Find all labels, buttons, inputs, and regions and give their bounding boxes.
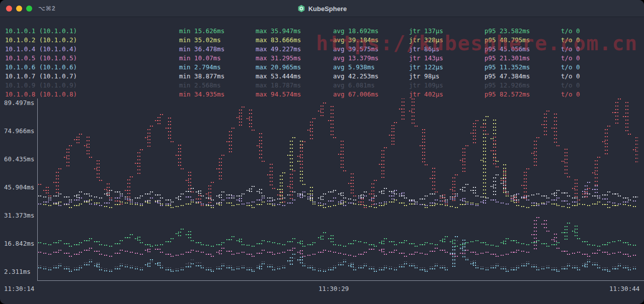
- stat-p95: p95 23.582ms: [485, 27, 530, 36]
- x-axis-tick: 11:30:44: [609, 284, 639, 293]
- stat-p95: p95 21.301ms: [485, 54, 530, 63]
- stat-min: min 36.478ms: [179, 45, 224, 54]
- host-stats-table: 10.1.0.1 (10.1.0.1) min 15.626ms max 35.…: [0, 27, 644, 99]
- stat-jitter: jtr 137µs: [409, 27, 443, 36]
- stat-p95: p95 82.572ms: [485, 90, 530, 99]
- host-label: 10.1.0.8 (10.1.0.8): [5, 90, 77, 99]
- x-axis-tick: 11:30:14: [4, 284, 34, 293]
- host-row: 10.1.0.6 (10.1.0.6) min 2.794ms max 20.9…: [0, 63, 644, 72]
- stat-timeouts: t/o 0: [561, 54, 580, 63]
- stat-timeouts: t/o 0: [561, 90, 580, 99]
- stat-avg: avg 39.575ms: [333, 45, 378, 54]
- stat-timeouts: t/o 0: [561, 27, 580, 36]
- stat-max: max 94.574ms: [256, 90, 301, 99]
- host-row: 10.1.0.9 (10.1.0.9) min 2.568ms max 18.7…: [0, 81, 644, 90]
- y-axis-tick: 16.842ms: [4, 239, 34, 248]
- stat-min: min 2.794ms: [179, 63, 221, 72]
- stat-max: max 20.965ms: [256, 63, 301, 72]
- stat-timeouts: t/o 0: [561, 81, 580, 90]
- x-axis-tick: 11:30:29: [318, 284, 349, 293]
- stat-min: min 35.02ms: [179, 36, 221, 45]
- kubesphere-logo-icon: [297, 5, 305, 13]
- stat-jitter: jtr 402µs: [409, 90, 443, 99]
- host-row: 10.1.0.4 (10.1.0.4) min 36.478ms max 49.…: [0, 45, 644, 54]
- traffic-lights: [6, 6, 32, 12]
- tab-shortcut-label: ⌥⌘2: [38, 5, 56, 12]
- y-axis-tick: 45.904ms: [4, 183, 34, 192]
- stat-timeouts: t/o 0: [561, 45, 580, 54]
- stat-min: min 34.935ms: [179, 90, 224, 99]
- y-axis-tick: 89.497ms: [4, 98, 34, 108]
- stat-min: min 15.626ms: [179, 27, 224, 36]
- host-label: 10.1.0.7 (10.1.0.7): [5, 72, 77, 81]
- host-label: 10.1.0.1 (10.1.0.1): [5, 27, 77, 36]
- y-axis-tick: 60.435ms: [4, 155, 34, 164]
- stat-timeouts: t/o 0: [561, 36, 580, 45]
- stat-min: min 2.568ms: [179, 81, 221, 90]
- stat-p95: p95 12.926ms: [485, 81, 530, 90]
- stat-jitter: jtr 109µs: [409, 81, 443, 90]
- stat-timeouts: t/o 0: [561, 63, 580, 72]
- host-row: 10.1.0.8 (10.1.0.8) min 34.935ms max 94.…: [0, 90, 644, 99]
- stat-avg: avg 42.253ms: [333, 72, 378, 81]
- stat-avg: avg 6.081ms: [333, 81, 375, 90]
- stat-max: max 53.444ms: [256, 72, 301, 81]
- y-axis-tick: 74.966ms: [4, 127, 34, 136]
- title-bar[interactable]: ⌥⌘2 KubeSphere: [0, 0, 644, 17]
- host-row: 10.1.0.7 (10.1.0.7) min 38.877ms max 53.…: [0, 72, 644, 81]
- stat-max: max 31.295ms: [256, 54, 301, 63]
- stat-p95: p95 11.352ms: [485, 63, 530, 72]
- y-axis-line: [37, 98, 38, 280]
- host-label: 10.1.0.6 (10.1.0.6): [5, 63, 77, 72]
- stat-max: max 83.666ms: [256, 36, 301, 45]
- host-label: 10.1.0.9 (10.1.0.9): [5, 81, 77, 90]
- stat-p95: p95 47.384ms: [485, 72, 530, 81]
- y-axis-tick: 31.373ms: [4, 211, 34, 220]
- minimize-button[interactable]: [16, 6, 22, 12]
- stat-avg: avg 39.184ms: [333, 36, 378, 45]
- stat-p95: p95 45.056ms: [485, 45, 530, 54]
- close-button[interactable]: [6, 6, 12, 12]
- stat-jitter: jtr 328µs: [409, 36, 443, 45]
- stat-max: max 49.227ms: [256, 45, 301, 54]
- stat-avg: avg 67.006ms: [333, 90, 378, 99]
- y-axis-tick: 2.311ms: [4, 267, 31, 276]
- host-label: 10.1.0.5 (10.1.0.5): [5, 54, 77, 63]
- host-row: 10.1.0.5 (10.1.0.5) min 10.07ms max 31.2…: [0, 54, 644, 63]
- stat-max: max 18.787ms: [256, 81, 301, 90]
- host-label: 10.1.0.2 (10.1.0.2): [5, 36, 77, 45]
- host-row: 10.1.0.1 (10.1.0.1) min 15.626ms max 35.…: [0, 27, 644, 36]
- stat-avg: avg 18.692ms: [333, 27, 378, 36]
- zoom-button[interactable]: [26, 6, 32, 12]
- stat-avg: avg 5.938ms: [333, 63, 375, 72]
- latency-chart: [38, 98, 638, 280]
- terminal-window: ⌥⌘2 KubeSphere 10.1.0.1 (10.1.0.1) min 1…: [0, 0, 644, 304]
- stat-jitter: jtr 86µs: [409, 45, 439, 54]
- host-label: 10.1.0.4 (10.1.0.4): [5, 45, 77, 54]
- stat-avg: avg 13.379ms: [333, 54, 378, 63]
- stat-max: max 35.947ms: [256, 27, 301, 36]
- stat-min: min 10.07ms: [179, 54, 221, 63]
- stat-jitter: jtr 122µs: [409, 63, 443, 72]
- stat-jitter: jtr 143µs: [409, 54, 443, 63]
- window-title: KubeSphere: [308, 5, 347, 13]
- stat-p95: p95 48.795ms: [485, 36, 530, 45]
- stat-jitter: jtr 98µs: [409, 72, 439, 81]
- host-row: 10.1.0.2 (10.1.0.2) min 35.02ms max 83.6…: [0, 36, 644, 45]
- x-axis-line: [37, 280, 644, 281]
- stat-min: min 38.877ms: [179, 72, 224, 81]
- stat-timeouts: t/o 0: [561, 72, 580, 81]
